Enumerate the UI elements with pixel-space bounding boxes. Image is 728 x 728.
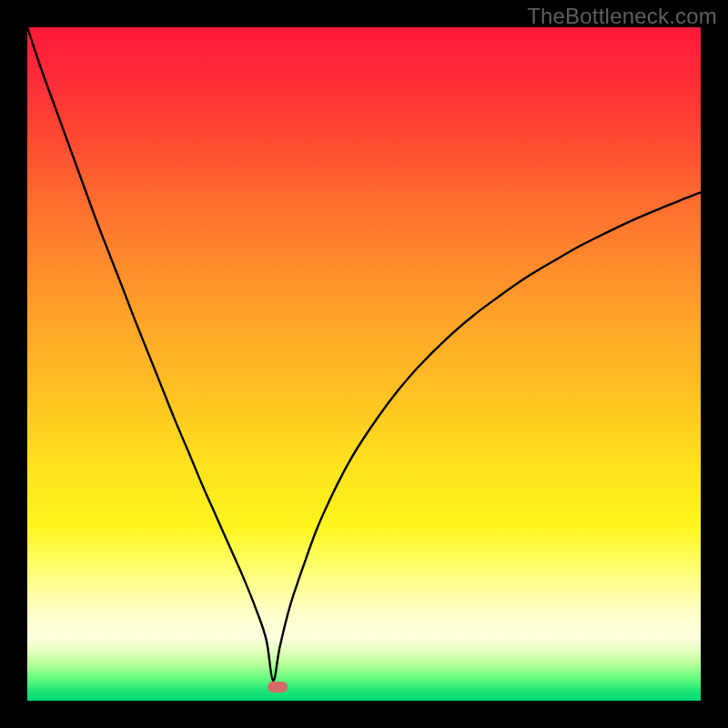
bottleneck-curve [27, 27, 701, 681]
chart-frame: TheBottleneck.com [0, 0, 728, 728]
minimum-marker [268, 682, 288, 693]
plot-area [27, 27, 701, 701]
curve-layer [27, 27, 701, 701]
watermark-text: TheBottleneck.com [527, 4, 717, 29]
